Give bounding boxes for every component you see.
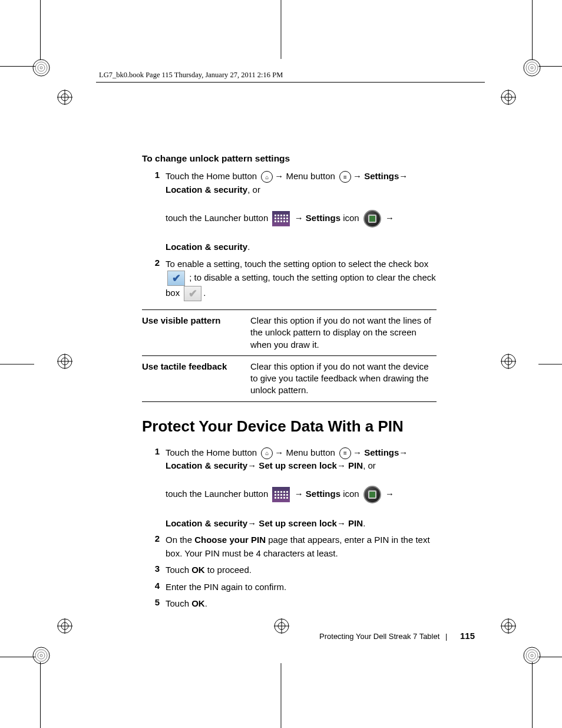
page-content: LG7_bk0.book Page 115 Thursday, January … [40, 66, 533, 657]
running-header: LG7_bk0.book Page 115 Thursday, January … [99, 71, 533, 80]
step-text: To enable a setting, touch the setting o… [166, 258, 437, 302]
steps-list-1: 1 Touch the Home button ⌂→ Menu button ≡… [142, 170, 437, 301]
step-text: On the Choose your PIN page that appears… [166, 533, 437, 560]
page-number: 115 [460, 631, 475, 641]
launcher-icon [272, 211, 290, 226]
launcher-icon [272, 487, 290, 502]
section-title: To change unlock pattern settings [142, 153, 437, 164]
settings-icon [363, 486, 381, 503]
step-text: Touch the Home button ⌂→ Menu button ≡→ … [166, 170, 437, 254]
menu-button-icon: ≡ [339, 447, 351, 459]
step-number: 3 [142, 564, 166, 577]
step-text: Enter the PIN again to confirm. [166, 581, 437, 594]
checkbox-checked-icon: ✔ [167, 271, 185, 286]
checkbox-unchecked-icon: ✔ [184, 286, 201, 301]
home-button-icon: ⌂ [261, 171, 273, 183]
table-row: Use tactile feedback Clear this option i… [142, 355, 437, 401]
steps-list-2: 1 Touch the Home button ⌂→ Menu button ≡… [142, 446, 437, 611]
table-row: Use visible pattern Clear this option if… [142, 310, 437, 356]
page-footer: Protecting Your Dell Streak 7 Tablet | 1… [319, 631, 475, 641]
footer-chapter: Protecting Your Dell Streak 7 Tablet [319, 632, 439, 641]
step-text: Touch OK. [166, 597, 437, 611]
home-button-icon: ⌂ [261, 447, 273, 459]
options-table: Use visible pattern Clear this option if… [142, 309, 437, 402]
settings-icon [363, 210, 381, 228]
menu-button-icon: ≡ [339, 171, 351, 183]
header-rule [96, 82, 485, 83]
footer-separator: | [445, 632, 447, 641]
step-text: Touch OK to proceed. [166, 564, 437, 577]
step-number: 1 [142, 446, 166, 531]
step-number: 2 [142, 533, 166, 560]
step-text: Touch the Home button ⌂→ Menu button ≡→ … [166, 446, 437, 531]
option-label: Use tactile feedback [142, 355, 250, 401]
option-desc: Clear this option if you do not want the… [250, 310, 437, 356]
option-label: Use visible pattern [142, 310, 250, 356]
step-number: 5 [142, 597, 166, 611]
step-number: 2 [142, 258, 166, 302]
step-number: 1 [142, 170, 166, 254]
step-number: 4 [142, 581, 166, 594]
option-desc: Clear this option if you do not want the… [250, 355, 437, 401]
heading-pin: Protect Your Device Data With a PIN [142, 417, 437, 436]
